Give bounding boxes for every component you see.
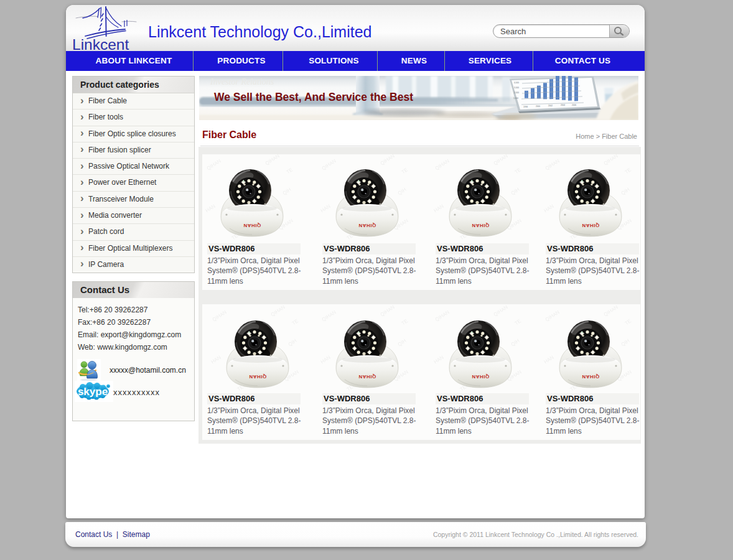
svg-text:We Sell the Best, And Service: We Sell the Best, And Service the Best bbox=[214, 91, 413, 103]
svg-text:4,000: 4,000 bbox=[514, 82, 519, 84]
svg-text:2006: 2006 bbox=[572, 104, 576, 106]
svg-text:2,000: 2,000 bbox=[514, 91, 519, 94]
svg-text:Investor Relations: Investor Relations bbox=[210, 77, 274, 86]
svg-text:skype: skype bbox=[78, 386, 108, 398]
svg-text:2000: 2000 bbox=[536, 105, 540, 108]
svg-text:1998: 1998 bbox=[523, 106, 528, 108]
svg-text:2002: 2002 bbox=[548, 105, 553, 107]
svg-text:3,000: 3,000 bbox=[514, 86, 519, 89]
svg-text:2004: 2004 bbox=[561, 104, 565, 106]
svg-text:Linkcent: Linkcent bbox=[72, 36, 129, 53]
svg-text:1,000: 1,000 bbox=[513, 97, 518, 100]
